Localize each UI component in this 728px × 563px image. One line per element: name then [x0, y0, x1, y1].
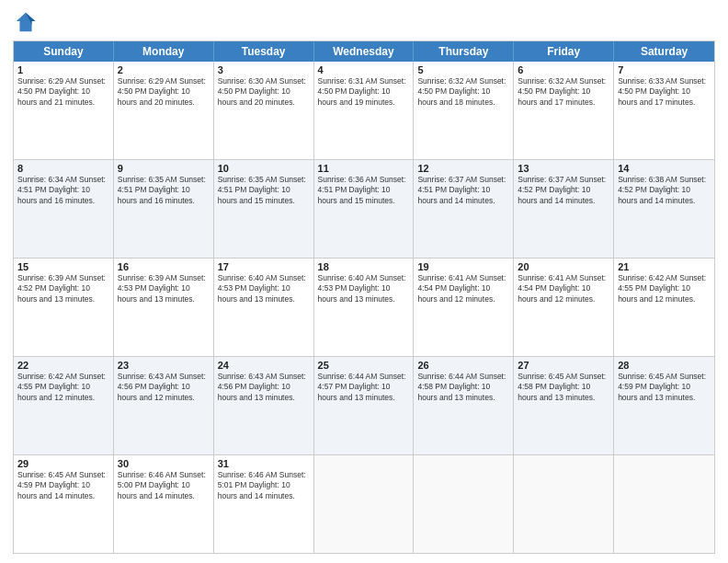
day-number: 31: [218, 458, 310, 469]
day-number: 24: [218, 360, 310, 371]
day-number: 12: [417, 163, 509, 174]
header: [13, 9, 715, 35]
day-cell-9: 9Sunrise: 6:35 AM Sunset: 4:51 PM Daylig…: [114, 160, 214, 258]
day-number: 22: [17, 360, 109, 371]
day-number: 15: [17, 261, 109, 272]
day-number: 30: [118, 458, 210, 469]
day-cell-17: 17Sunrise: 6:40 AM Sunset: 4:53 PM Dayli…: [214, 259, 314, 356]
day-info: Sunrise: 6:40 AM Sunset: 4:53 PM Dayligh…: [218, 273, 310, 304]
day-number: 20: [518, 261, 609, 272]
day-info: Sunrise: 6:44 AM Sunset: 4:58 PM Dayligh…: [417, 372, 509, 403]
day-cell-12: 12Sunrise: 6:37 AM Sunset: 4:51 PM Dayli…: [414, 160, 514, 258]
empty-cell: [414, 455, 514, 553]
day-cell-19: 19Sunrise: 6:41 AM Sunset: 4:54 PM Dayli…: [414, 259, 514, 356]
day-cell-2: 2Sunrise: 6:29 AM Sunset: 4:50 PM Daylig…: [114, 62, 214, 159]
calendar-body: 1Sunrise: 6:29 AM Sunset: 4:50 PM Daylig…: [14, 62, 714, 553]
day-number: 10: [218, 163, 310, 174]
day-number: 2: [118, 64, 210, 75]
header-day-wednesday: Wednesday: [314, 41, 415, 62]
day-info: Sunrise: 6:41 AM Sunset: 4:54 PM Dayligh…: [417, 273, 509, 304]
header-day-thursday: Thursday: [414, 41, 514, 62]
day-info: Sunrise: 6:29 AM Sunset: 4:50 PM Dayligh…: [118, 76, 210, 108]
day-cell-6: 6Sunrise: 6:32 AM Sunset: 4:50 PM Daylig…: [514, 62, 614, 159]
day-info: Sunrise: 6:36 AM Sunset: 4:51 PM Dayligh…: [318, 175, 410, 206]
day-cell-14: 14Sunrise: 6:38 AM Sunset: 4:52 PM Dayli…: [614, 160, 714, 258]
day-info: Sunrise: 6:37 AM Sunset: 4:51 PM Dayligh…: [417, 175, 509, 206]
day-info: Sunrise: 6:45 AM Sunset: 4:58 PM Dayligh…: [518, 372, 609, 403]
day-info: Sunrise: 6:37 AM Sunset: 4:52 PM Dayligh…: [518, 175, 609, 206]
day-info: Sunrise: 6:42 AM Sunset: 4:55 PM Dayligh…: [618, 273, 711, 304]
calendar-header-row: SundayMondayTuesdayWednesdayThursdayFrid…: [14, 41, 714, 62]
header-day-monday: Monday: [114, 41, 214, 62]
day-info: Sunrise: 6:41 AM Sunset: 4:54 PM Dayligh…: [518, 273, 609, 304]
day-number: 25: [318, 360, 410, 371]
day-number: 26: [417, 360, 509, 371]
logo: [13, 9, 42, 35]
day-info: Sunrise: 6:39 AM Sunset: 4:52 PM Dayligh…: [17, 273, 109, 304]
calendar: SundayMondayTuesdayWednesdayThursdayFrid…: [13, 40, 715, 554]
day-info: Sunrise: 6:34 AM Sunset: 4:51 PM Dayligh…: [17, 175, 109, 206]
day-number: 28: [618, 360, 711, 371]
day-cell-16: 16Sunrise: 6:39 AM Sunset: 4:53 PM Dayli…: [114, 259, 214, 356]
page: SundayMondayTuesdayWednesdayThursdayFrid…: [0, 0, 728, 563]
logo-icon: [13, 9, 39, 35]
day-cell-21: 21Sunrise: 6:42 AM Sunset: 4:55 PM Dayli…: [614, 259, 714, 356]
svg-marker-0: [17, 13, 36, 32]
day-info: Sunrise: 6:45 AM Sunset: 4:59 PM Dayligh…: [618, 372, 711, 403]
day-cell-20: 20Sunrise: 6:41 AM Sunset: 4:54 PM Dayli…: [514, 259, 614, 356]
empty-cell: [614, 455, 714, 553]
day-number: 6: [518, 64, 609, 75]
empty-cell: [314, 455, 415, 553]
day-number: 19: [417, 261, 509, 272]
day-number: 14: [618, 163, 711, 174]
day-number: 16: [118, 261, 210, 272]
day-cell-27: 27Sunrise: 6:45 AM Sunset: 4:58 PM Dayli…: [514, 357, 614, 454]
day-number: 3: [218, 64, 310, 75]
day-cell-31: 31Sunrise: 6:46 AM Sunset: 5:01 PM Dayli…: [214, 455, 314, 553]
day-number: 8: [17, 163, 109, 174]
day-number: 17: [218, 261, 310, 272]
day-number: 7: [618, 64, 711, 75]
day-info: Sunrise: 6:40 AM Sunset: 4:53 PM Dayligh…: [318, 273, 410, 304]
header-day-tuesday: Tuesday: [214, 41, 314, 62]
day-cell-15: 15Sunrise: 6:39 AM Sunset: 4:52 PM Dayli…: [14, 259, 114, 356]
day-info: Sunrise: 6:43 AM Sunset: 4:56 PM Dayligh…: [218, 372, 310, 403]
day-info: Sunrise: 6:43 AM Sunset: 4:56 PM Dayligh…: [118, 372, 210, 403]
day-info: Sunrise: 6:46 AM Sunset: 5:00 PM Dayligh…: [118, 470, 210, 501]
day-cell-13: 13Sunrise: 6:37 AM Sunset: 4:52 PM Dayli…: [514, 160, 614, 258]
day-info: Sunrise: 6:35 AM Sunset: 4:51 PM Dayligh…: [218, 175, 310, 206]
day-cell-25: 25Sunrise: 6:44 AM Sunset: 4:57 PM Dayli…: [314, 357, 415, 454]
day-cell-4: 4Sunrise: 6:31 AM Sunset: 4:50 PM Daylig…: [314, 62, 415, 159]
header-day-saturday: Saturday: [614, 41, 714, 62]
day-cell-23: 23Sunrise: 6:43 AM Sunset: 4:56 PM Dayli…: [114, 357, 214, 454]
day-info: Sunrise: 6:44 AM Sunset: 4:57 PM Dayligh…: [318, 372, 410, 403]
day-info: Sunrise: 6:42 AM Sunset: 4:55 PM Dayligh…: [17, 372, 109, 403]
day-number: 29: [17, 458, 109, 469]
day-cell-26: 26Sunrise: 6:44 AM Sunset: 4:58 PM Dayli…: [414, 357, 514, 454]
calendar-row-0: 1Sunrise: 6:29 AM Sunset: 4:50 PM Daylig…: [14, 62, 714, 160]
day-info: Sunrise: 6:38 AM Sunset: 4:52 PM Dayligh…: [618, 175, 711, 206]
header-day-sunday: Sunday: [14, 41, 114, 62]
day-info: Sunrise: 6:35 AM Sunset: 4:51 PM Dayligh…: [118, 175, 210, 206]
day-cell-5: 5Sunrise: 6:32 AM Sunset: 4:50 PM Daylig…: [414, 62, 514, 159]
day-cell-8: 8Sunrise: 6:34 AM Sunset: 4:51 PM Daylig…: [14, 160, 114, 258]
day-number: 13: [518, 163, 609, 174]
day-info: Sunrise: 6:33 AM Sunset: 4:50 PM Dayligh…: [618, 76, 711, 108]
day-number: 1: [17, 64, 109, 75]
header-day-friday: Friday: [514, 41, 614, 62]
day-number: 18: [318, 261, 410, 272]
day-info: Sunrise: 6:45 AM Sunset: 4:59 PM Dayligh…: [17, 470, 109, 501]
day-cell-22: 22Sunrise: 6:42 AM Sunset: 4:55 PM Dayli…: [14, 357, 114, 454]
day-info: Sunrise: 6:32 AM Sunset: 4:50 PM Dayligh…: [518, 76, 609, 108]
day-number: 27: [518, 360, 609, 371]
day-number: 23: [118, 360, 210, 371]
day-info: Sunrise: 6:31 AM Sunset: 4:50 PM Dayligh…: [318, 76, 410, 108]
day-cell-30: 30Sunrise: 6:46 AM Sunset: 5:00 PM Dayli…: [114, 455, 214, 553]
day-info: Sunrise: 6:46 AM Sunset: 5:01 PM Dayligh…: [218, 470, 310, 501]
day-cell-1: 1Sunrise: 6:29 AM Sunset: 4:50 PM Daylig…: [14, 62, 114, 159]
empty-cell: [514, 455, 614, 553]
day-cell-7: 7Sunrise: 6:33 AM Sunset: 4:50 PM Daylig…: [614, 62, 714, 159]
calendar-row-1: 8Sunrise: 6:34 AM Sunset: 4:51 PM Daylig…: [14, 160, 714, 259]
day-info: Sunrise: 6:32 AM Sunset: 4:50 PM Dayligh…: [417, 76, 509, 108]
day-number: 9: [118, 163, 210, 174]
